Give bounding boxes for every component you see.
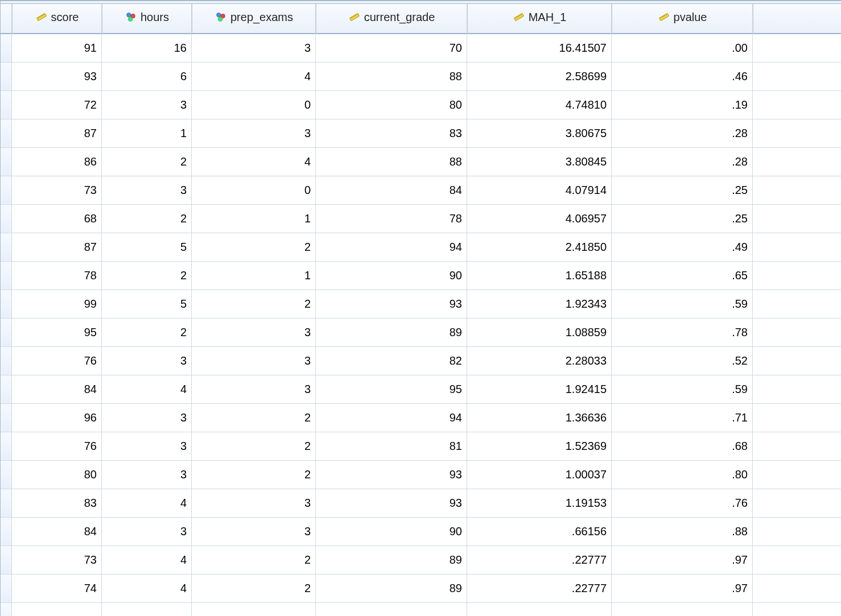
cell[interactable]: .76	[612, 489, 753, 518]
cell[interactable]: 3	[192, 518, 316, 546]
cell[interactable]: 3.80675	[467, 119, 612, 148]
row-header[interactable]	[1, 489, 12, 518]
cell[interactable]: 1.65188	[467, 262, 612, 290]
cell[interactable]	[753, 489, 841, 518]
cell[interactable]: 89	[316, 319, 467, 347]
cell[interactable]: .25	[612, 205, 753, 233]
cell[interactable]: 80	[316, 91, 467, 119]
cell[interactable]: 6	[102, 63, 192, 91]
cell[interactable]	[753, 461, 841, 489]
cell[interactable]: 99	[12, 290, 102, 319]
cell[interactable]: 1	[192, 262, 316, 290]
cell[interactable]: 3	[192, 34, 316, 63]
cell[interactable]: .00	[612, 34, 753, 63]
cell[interactable]: 88	[316, 148, 467, 176]
col-header-extra[interactable]	[753, 3, 841, 34]
cell[interactable]: .49	[612, 233, 753, 262]
cell[interactable]: .78	[612, 319, 753, 347]
cell[interactable]: 94	[316, 233, 467, 262]
cell[interactable]	[753, 347, 841, 375]
cell[interactable]: 3	[102, 404, 192, 432]
row-header[interactable]	[1, 347, 12, 375]
cell[interactable]: 74	[12, 574, 102, 603]
cell[interactable]: 81	[316, 432, 467, 461]
cell[interactable]: .22777	[467, 546, 612, 574]
row-header[interactable]	[1, 205, 12, 233]
row-header[interactable]	[1, 233, 12, 262]
cell[interactable]: 5	[102, 290, 192, 319]
cell[interactable]: .19	[612, 91, 753, 119]
cell[interactable]: 93	[316, 489, 467, 518]
cell[interactable]	[753, 518, 841, 546]
cell[interactable]	[467, 603, 612, 616]
cell[interactable]: 1	[192, 205, 316, 233]
cell[interactable]: .65	[612, 262, 753, 290]
col-header-score[interactable]: score	[12, 3, 102, 34]
cell[interactable]: 93	[316, 461, 467, 489]
data-table[interactable]: score hours prep_exams	[1, 3, 841, 616]
row-header[interactable]	[1, 63, 12, 91]
cell[interactable]: 16	[102, 34, 192, 63]
cell[interactable]: 0	[192, 91, 316, 119]
cell[interactable]: 2	[192, 432, 316, 461]
cell[interactable]: 3	[102, 347, 192, 375]
cell[interactable]: 4	[102, 546, 192, 574]
cell[interactable]: 84	[316, 176, 467, 205]
cell[interactable]: 93	[12, 63, 102, 91]
cell[interactable]: 87	[12, 233, 102, 262]
cell[interactable]	[12, 603, 102, 616]
cell[interactable]: 90	[316, 518, 467, 546]
cell[interactable]: 4.06957	[467, 205, 612, 233]
cell[interactable]: 80	[12, 461, 102, 489]
cell[interactable]: 95	[12, 319, 102, 347]
cell[interactable]: 4.74810	[467, 91, 612, 119]
cell[interactable]: 72	[12, 91, 102, 119]
row-header[interactable]	[1, 91, 12, 119]
cell[interactable]: .71	[612, 404, 753, 432]
cell[interactable]: 87	[12, 119, 102, 148]
col-header-current-grade[interactable]: current_grade	[316, 3, 467, 34]
cell[interactable]: 95	[316, 375, 467, 404]
cell[interactable]: 4	[192, 148, 316, 176]
cell[interactable]: .59	[612, 290, 753, 319]
cell[interactable]: .66156	[467, 518, 612, 546]
row-header[interactable]	[1, 603, 12, 616]
cell[interactable]	[753, 432, 841, 461]
cell[interactable]: 96	[12, 404, 102, 432]
cell[interactable]: 4	[192, 63, 316, 91]
cell[interactable]: 83	[316, 119, 467, 148]
cell[interactable]: 4	[102, 375, 192, 404]
cell[interactable]	[753, 205, 841, 233]
cell[interactable]: 83	[12, 489, 102, 518]
cell[interactable]: 76	[12, 347, 102, 375]
cell[interactable]: 3	[192, 119, 316, 148]
col-header-hours[interactable]: hours	[102, 3, 192, 34]
cell[interactable]: 73	[12, 546, 102, 574]
cell[interactable]	[102, 603, 192, 616]
row-header[interactable]	[1, 574, 12, 603]
cell[interactable]: 2	[192, 461, 316, 489]
cell[interactable]: 1.92343	[467, 290, 612, 319]
row-header[interactable]	[1, 546, 12, 574]
cell[interactable]: 94	[316, 404, 467, 432]
cell[interactable]	[753, 176, 841, 205]
cell[interactable]	[753, 63, 841, 91]
cell[interactable]: .52	[612, 347, 753, 375]
cell[interactable]: 68	[12, 205, 102, 233]
row-header[interactable]	[1, 319, 12, 347]
cell[interactable]: 2.28033	[467, 347, 612, 375]
cell[interactable]	[753, 319, 841, 347]
cell[interactable]: 1.00037	[467, 461, 612, 489]
cell[interactable]	[753, 603, 841, 616]
cell[interactable]	[753, 546, 841, 574]
row-header[interactable]	[1, 404, 12, 432]
cell[interactable]	[753, 375, 841, 404]
cell[interactable]: 1.52369	[467, 432, 612, 461]
cell[interactable]: .68	[612, 432, 753, 461]
col-header-pvalue[interactable]: pvalue	[612, 3, 753, 34]
cell[interactable]	[753, 34, 841, 63]
row-header[interactable]	[1, 176, 12, 205]
cell[interactable]: .59	[612, 375, 753, 404]
cell[interactable]: 3.80845	[467, 148, 612, 176]
cell[interactable]: 2	[192, 404, 316, 432]
